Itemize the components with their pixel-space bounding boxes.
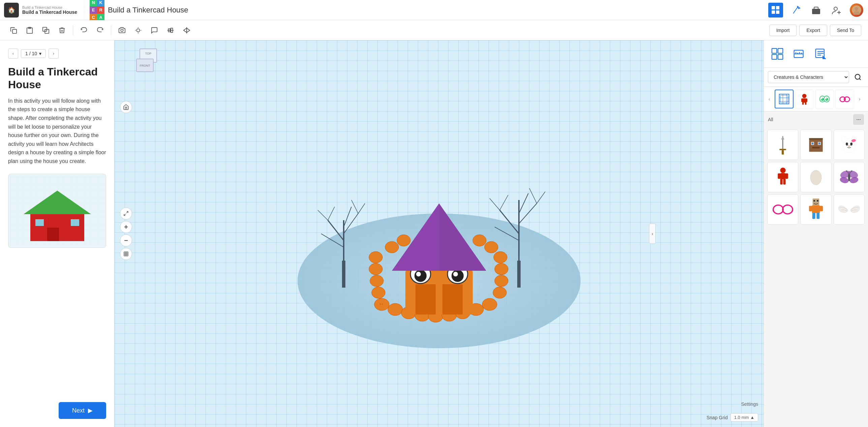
left-panel: ‹ 1 / 10 ▾ › Build a Tinkercad House In … (0, 40, 115, 427)
svg-point-88 (452, 270, 464, 282)
shape-minecraft-head[interactable] (800, 130, 831, 160)
svg-rect-83 (442, 284, 463, 315)
app-logo-text: Build a Tinkercad House Build a Tinkerca… (22, 5, 77, 15)
grid-view-button[interactable] (768, 3, 783, 18)
home-view-button[interactable] (120, 101, 132, 113)
undo-btn[interactable] (77, 24, 91, 37)
step-prev-button[interactable]: ‹ (8, 48, 18, 59)
svg-rect-166 (780, 173, 785, 179)
collapse-panel-button[interactable]: › (649, 224, 656, 244)
svg-line-4 (793, 7, 798, 13)
svg-line-56 (537, 192, 545, 203)
settings-label[interactable]: Settings (741, 401, 758, 407)
zoom-out-button[interactable]: − (120, 234, 132, 247)
svg-line-99 (124, 214, 126, 216)
delete-btn[interactable] (55, 24, 69, 37)
svg-point-120 (855, 74, 860, 79)
preview-next-button[interactable]: › (856, 96, 864, 102)
shape-roblox[interactable] (800, 194, 831, 225)
export-button[interactable]: Export (799, 25, 827, 36)
svg-line-46 (358, 203, 365, 214)
right-panel-search: Creatures & Characters Basic Shapes Text… (764, 68, 868, 87)
shape-preview-red-figure[interactable] (795, 90, 814, 108)
svg-point-76 (397, 235, 410, 246)
orientation-cube[interactable]: TOP FRONT (135, 47, 162, 74)
viewport[interactable]: TOP FRONT + − › Settings Snap Grid (115, 40, 764, 427)
svg-rect-167 (778, 173, 780, 178)
category-select[interactable]: Creatures & Characters Basic Shapes Text… (768, 71, 849, 83)
svg-rect-106 (778, 48, 783, 53)
svg-point-177 (848, 173, 850, 181)
search-button[interactable] (852, 71, 864, 83)
notes-button[interactable] (811, 44, 830, 63)
shape-glasses-pink[interactable] (767, 194, 798, 225)
svg-point-6 (834, 7, 837, 10)
fit-view-button[interactable] (120, 207, 132, 220)
paste-btn[interactable] (23, 24, 36, 37)
svg-rect-155 (812, 147, 819, 149)
camera-btn[interactable] (115, 24, 129, 37)
align-h-btn[interactable] (164, 24, 177, 37)
preview-prev-button[interactable]: ‹ (765, 96, 773, 102)
shape-preview-glasses[interactable] (835, 90, 854, 108)
right-panel: Creatures & Characters Basic Shapes Text… (764, 40, 868, 427)
shape-butterflies[interactable] (834, 162, 865, 192)
pickaxe-button[interactable] (788, 3, 803, 18)
shape-egg[interactable] (800, 162, 831, 192)
svg-rect-2 (772, 10, 775, 14)
svg-rect-131 (806, 98, 808, 102)
mirror-btn[interactable] (180, 24, 193, 37)
shapes-more-button[interactable]: ··· (853, 114, 864, 125)
step-counter: 1 / 10 ▾ (21, 49, 46, 58)
svg-rect-190 (812, 205, 820, 213)
svg-point-18 (136, 29, 140, 32)
copy-btn[interactable] (7, 24, 20, 37)
svg-rect-147 (779, 149, 786, 150)
shape-wings[interactable] (834, 194, 865, 225)
svg-rect-170 (783, 178, 785, 185)
step-next-button[interactable]: › (49, 48, 59, 59)
svg-rect-100 (124, 252, 128, 256)
svg-rect-154 (818, 142, 820, 144)
shape-preview-selected[interactable] (775, 90, 794, 108)
shape-red-figure[interactable] (767, 162, 798, 192)
view-cube-button[interactable] (120, 248, 132, 260)
top-bar-right (768, 3, 864, 18)
send-to-button[interactable]: Send To (830, 25, 861, 36)
light-btn[interactable] (131, 24, 145, 37)
step-description: In this activity you will follow along w… (8, 97, 106, 166)
svg-rect-12 (12, 29, 17, 33)
snap-grid-control[interactable]: Snap Grid 1.0 mm ▲ (707, 413, 758, 422)
svg-rect-3 (776, 10, 779, 14)
svg-text:FRONT: FRONT (140, 64, 150, 67)
redo-btn[interactable] (93, 24, 107, 37)
svg-line-121 (859, 78, 861, 80)
zoom-in-button[interactable]: + (120, 221, 132, 233)
speech-btn[interactable] (148, 24, 161, 37)
add-user-button[interactable] (829, 3, 844, 18)
scene-container (115, 40, 764, 427)
svg-point-70 (369, 252, 382, 263)
shape-sword[interactable] (767, 130, 798, 160)
ruler-button[interactable] (789, 44, 808, 63)
svg-point-66 (482, 298, 497, 310)
logo-letter-k: K (97, 0, 104, 6)
next-button[interactable]: Next ▶ (59, 402, 106, 419)
svg-rect-1 (776, 6, 779, 9)
duplicate-btn[interactable] (39, 24, 53, 37)
svg-line-98 (126, 211, 128, 213)
shapes-grid-button[interactable] (768, 44, 787, 63)
svg-point-67 (372, 287, 385, 298)
svg-line-43 (344, 207, 351, 227)
shape-preview-row: ‹ (764, 87, 868, 111)
svg-point-139 (826, 98, 827, 99)
svg-line-54 (490, 198, 500, 210)
briefcase-button[interactable] (809, 3, 824, 18)
shape-hello-kitty[interactable] (834, 130, 865, 160)
svg-line-45 (328, 207, 335, 220)
svg-rect-79 (380, 303, 381, 305)
svg-rect-5 (812, 9, 820, 14)
svg-line-57 (529, 188, 537, 203)
import-button[interactable]: Import (769, 25, 797, 36)
shape-preview-eyes[interactable] (815, 90, 834, 108)
